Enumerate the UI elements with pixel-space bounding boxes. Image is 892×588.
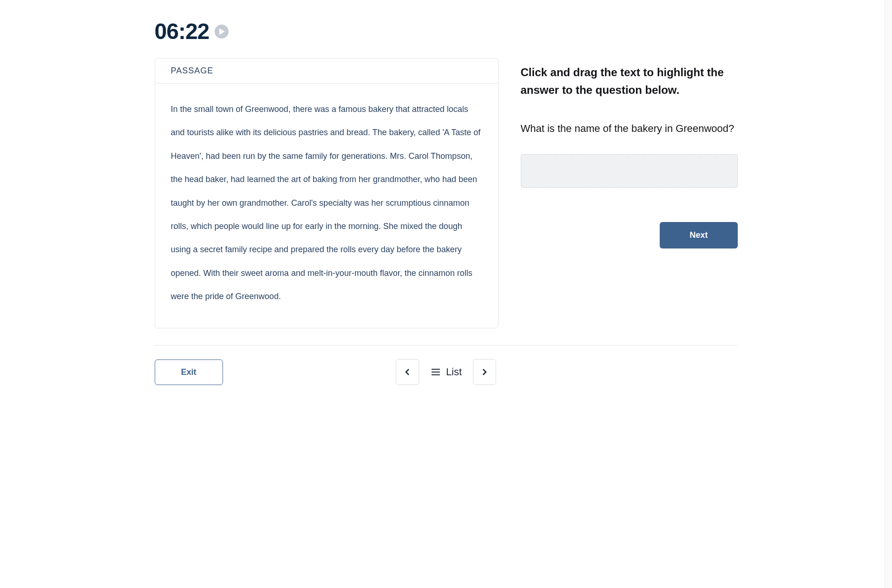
main-content-row: PASSAGE In the small town of Greenwood, …: [155, 58, 738, 328]
next-nav-button[interactable]: [473, 359, 496, 385]
answer-dropzone[interactable]: [521, 154, 738, 188]
next-button[interactable]: Next: [660, 222, 737, 248]
prev-button[interactable]: [396, 359, 419, 385]
chevron-left-icon: [404, 368, 411, 376]
page-container: 06:22 PASSAGE In the small town of Green…: [131, 0, 761, 399]
footer-divider: [155, 345, 738, 346]
question-text: What is the name of the bakery in Greenw…: [521, 123, 738, 135]
chevron-right-icon: [481, 368, 488, 376]
timer-display: 06:22: [155, 19, 210, 44]
next-row: Next: [521, 222, 738, 248]
timer-row: 06:22: [155, 19, 738, 44]
question-panel: Click and drag the text to highlight the…: [521, 58, 738, 248]
play-icon: [219, 28, 225, 35]
instruction-text: Click and drag the text to highlight the…: [521, 64, 738, 99]
passage-panel: PASSAGE In the small town of Greenwood, …: [155, 58, 498, 328]
list-button[interactable]: List: [427, 366, 465, 378]
list-label: List: [446, 366, 462, 378]
play-button[interactable]: [215, 25, 229, 39]
nav-center: List: [396, 359, 496, 385]
exit-button[interactable]: Exit: [155, 359, 223, 385]
passage-label: PASSAGE: [155, 59, 498, 84]
scrollbar[interactable]: [885, 0, 892, 399]
footer-row: Exit List: [155, 359, 738, 385]
list-icon: [430, 366, 441, 378]
passage-text[interactable]: In the small town of Greenwood, there wa…: [155, 84, 498, 328]
